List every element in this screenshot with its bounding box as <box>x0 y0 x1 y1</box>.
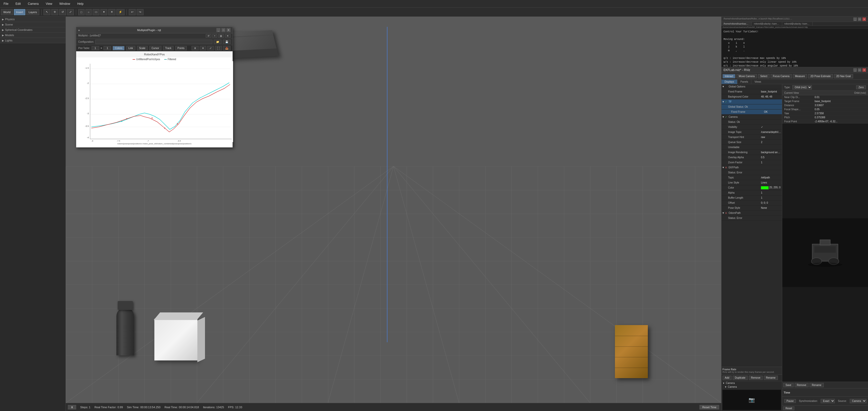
display-tf-status[interactable]: Global Status: Ok <box>721 104 782 109</box>
display-ekf-topic[interactable]: Topic /ekfpath <box>721 175 782 180</box>
chart-export[interactable]: 📤 <box>223 46 230 50</box>
rviz-tab-displays[interactable]: Displays <box>721 80 737 84</box>
displays-duplicate-btn[interactable]: Duplicate <box>733 376 748 380</box>
menu-help[interactable]: Help <box>76 2 85 6</box>
prop-yaw[interactable]: Yaw 2.57358 <box>782 111 868 115</box>
menu-view[interactable]: View <box>44 2 54 6</box>
multiplot-titlebar[interactable]: ■ MultiplotPlugin - rqt _ □ ✕ <box>76 27 232 33</box>
terminal-minimize[interactable]: _ <box>853 18 857 21</box>
rviz-interact-btn[interactable]: Interact <box>722 74 735 78</box>
toolbar-spot-light[interactable]: ⚡ <box>116 9 125 15</box>
config-save-btn[interactable]: 💾 <box>223 40 230 44</box>
time-reset-btn[interactable]: Reset <box>783 406 794 410</box>
views-remove-btn[interactable]: Remove <box>795 383 809 387</box>
prop-focal-shape[interactable]: Focal Shape... 0.05 <box>782 107 868 111</box>
display-ekf-line-style[interactable]: Line Style Lines <box>721 180 782 185</box>
chart-expand[interactable]: ⛶ <box>215 46 222 50</box>
chart-zoom[interactable]: ⤢ <box>207 46 214 50</box>
toolbar-layers[interactable]: Layers <box>26 9 39 15</box>
chart-clear[interactable]: ✕ <box>200 46 206 50</box>
views-rename-btn[interactable]: Rename <box>810 383 824 387</box>
displays-list[interactable]: ▼ Global Options Fixed Frame base_footpr… <box>721 84 782 367</box>
toolbar-redo[interactable]: ↪ <box>137 9 144 15</box>
multiplot-minimize[interactable]: _ <box>216 28 220 32</box>
tab-scale[interactable]: Scale <box>137 46 148 50</box>
terminal-content[interactable]: Control Your Turtlebot! Moving around: u… <box>721 29 868 67</box>
rviz-3d-preview[interactable] <box>782 124 868 382</box>
display-ekf-alpha[interactable]: Alpha 1 <box>721 190 782 195</box>
prop-target-frame[interactable]: Target Frame base_footprint <box>782 99 868 103</box>
view-type-select[interactable]: Orbit (rviz) <box>792 85 812 90</box>
prop-pitch[interactable]: Pitch 0.375388 <box>782 115 868 119</box>
tab-track[interactable]: Track <box>163 46 174 50</box>
rviz-measure-btn[interactable]: Measure <box>793 74 807 78</box>
display-cam-status[interactable]: Status: Ok <box>721 119 782 125</box>
terminal-tab3[interactable]: robond@udacity:-/sambas × <box>782 22 813 26</box>
display-ekfpath[interactable]: ▼ ⊗ EKFPath <box>721 165 782 170</box>
multiplot-close[interactable]: ✕ <box>226 28 230 32</box>
terminal-close[interactable]: ✕ <box>862 18 866 21</box>
display-image-rendering[interactable]: Image Rendering background and overlay <box>721 150 782 155</box>
display-tf-fixed-frame[interactable]: Fixed Frame OK <box>721 109 782 114</box>
display-image-topic[interactable]: Image Topic /camera/depth/image_raw <box>721 130 782 135</box>
rviz-2d-pose-btn[interactable]: 2D Pose Estimate <box>808 74 833 78</box>
toolbar-world[interactable]: World <box>1 9 13 15</box>
rviz-maximize[interactable]: □ <box>858 68 861 72</box>
tab-cursor[interactable]: Cursor <box>149 46 161 50</box>
prop-focal-point[interactable]: Focal Point -2.4959e-07; -6.32... <box>782 119 868 124</box>
display-cam-visibility[interactable]: Visibility ✓ <box>721 125 782 130</box>
terminal-tab1[interactable]: /home/robond/sambashare × <box>721 22 752 26</box>
prop-near-clip[interactable]: Near Clip Di... 0.01 <box>782 95 868 99</box>
toolbar-insert[interactable]: Insert <box>14 9 26 15</box>
toolbar-point-light[interactable]: ✦ <box>100 9 107 15</box>
multiplot-config-btn3[interactable]: ▤ <box>218 34 224 38</box>
display-camera[interactable]: ▼ ✓ Camera <box>721 114 782 119</box>
camera-item-2[interactable]: ▼ Camera <box>721 385 782 389</box>
multiplot-config-btn2[interactable]: + <box>212 34 217 38</box>
camera-item-1[interactable]: ▼ Camera <box>721 381 782 385</box>
config-open-btn[interactable]: 📁 <box>214 40 221 44</box>
toolbar-rotate-tool[interactable]: ↺ <box>59 9 66 15</box>
source-select[interactable]: Camera <box>850 399 866 403</box>
displays-remove-btn[interactable]: Remove <box>749 376 763 380</box>
terminal-maximize[interactable]: □ <box>858 18 861 21</box>
sync-select[interactable]: Exact <box>821 399 835 403</box>
menu-edit[interactable]: Edit <box>14 2 22 6</box>
display-ekf-buffer[interactable]: Buffer Length 1 <box>721 195 782 200</box>
display-ekf-pose-style[interactable]: Pose Style None <box>721 205 782 211</box>
lights-header[interactable]: ▶ Lights <box>0 38 66 43</box>
toolbar-undo[interactable]: ↩ <box>129 9 136 15</box>
toolbar-sphere[interactable]: ○ <box>86 9 92 15</box>
tab-link[interactable]: Link <box>126 46 135 50</box>
multiplot-config-btn4[interactable]: ✕ <box>225 34 230 38</box>
rviz-move-camera-btn[interactable]: Move Camera <box>736 74 757 78</box>
rviz-close[interactable]: ✕ <box>862 68 866 72</box>
display-ekf-offset[interactable]: Offset 0; 0; 0 <box>721 200 782 205</box>
toolbar-translate-tool[interactable]: ✛ <box>51 9 58 15</box>
displays-rename-btn[interactable]: Rename <box>764 376 778 380</box>
display-overlay-alpha[interactable]: Overlay Alpha 0.5 <box>721 155 782 160</box>
rviz-tab-panels[interactable]: Panels <box>737 80 752 84</box>
menu-camera[interactable]: Camera <box>26 2 40 6</box>
toolbar-select-tool[interactable]: ↖ <box>43 9 50 15</box>
multiplot-maximize[interactable]: □ <box>221 28 225 32</box>
display-unreliable[interactable]: Unreliable <box>721 145 782 150</box>
models-header[interactable]: ▶ Models <box>0 33 66 38</box>
toolbar-box[interactable]: □ <box>78 9 85 15</box>
rviz-focus-camera-btn[interactable]: Focus Camera <box>771 74 792 78</box>
tab-points[interactable]: Points <box>175 46 187 50</box>
physics-header[interactable]: ▶ Physics <box>0 17 66 22</box>
zero-button[interactable]: Zero <box>856 85 866 89</box>
reset-time-btn[interactable]: Reset Time <box>700 405 719 409</box>
toolbar-cylinder[interactable]: ⬭ <box>93 9 99 15</box>
views-save-btn[interactable]: Save <box>783 383 794 387</box>
plot-cols[interactable] <box>103 46 111 50</box>
display-fixed-frame[interactable]: Fixed Frame base_footprint <box>721 89 782 94</box>
terminal-tab2[interactable]: robond@udacity:-/sambasi × <box>752 22 782 26</box>
display-global-options[interactable]: ▼ Global Options <box>721 84 782 89</box>
spherical-header[interactable]: ▶ Spherical Coordinates <box>0 27 66 32</box>
menu-window[interactable]: Window <box>58 2 72 6</box>
toolbar-dir-light[interactable]: ☀ <box>108 9 115 15</box>
displays-add-btn[interactable]: Add <box>722 376 732 380</box>
scene-header[interactable]: ▶ Scene <box>0 22 66 27</box>
